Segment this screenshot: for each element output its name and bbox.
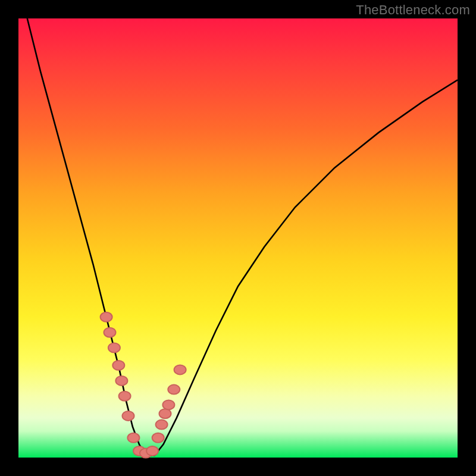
- data-point: [174, 365, 186, 374]
- data-point: [152, 433, 164, 443]
- data-point: [104, 328, 116, 337]
- data-point: [112, 361, 124, 370]
- data-point: [156, 420, 168, 430]
- data-point: [168, 385, 180, 394]
- data-point: [127, 433, 139, 443]
- data-point: [162, 400, 174, 409]
- attribution-text: TheBottleneck.com: [356, 2, 470, 18]
- highlighted-points-group: [101, 312, 186, 458]
- data-point: [115, 376, 127, 386]
- bottleneck-curve: [27, 18, 458, 455]
- data-point: [159, 409, 171, 418]
- data-point: [123, 411, 134, 421]
- data-point: [108, 343, 120, 353]
- chart-overlay: [18, 18, 458, 458]
- data-point: [146, 446, 158, 456]
- data-point: [119, 392, 131, 401]
- chart-frame: TheBottleneck.com: [0, 0, 476, 476]
- data-point: [101, 312, 112, 322]
